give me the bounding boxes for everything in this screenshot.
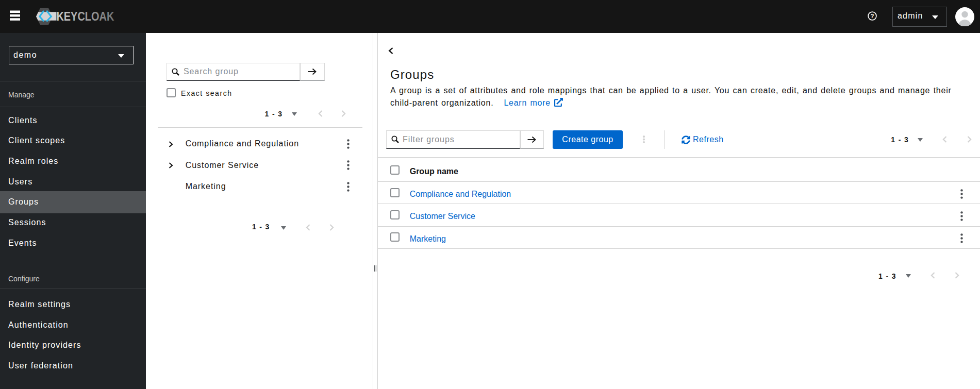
- svg-text:KEYCLOAK: KEYCLOAK: [56, 10, 114, 23]
- svg-text:?: ?: [870, 13, 874, 19]
